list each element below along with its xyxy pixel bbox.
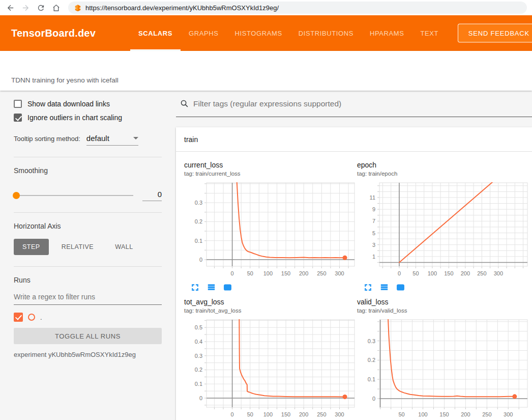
smoothing-value[interactable]: 0: [142, 190, 162, 201]
tensorboard-page: https://tensorboard.dev/experiment/yKUbh…: [0, 0, 532, 420]
line-chart-current_loss[interactable]: 05010015020025030000.10.20.3: [184, 181, 355, 279]
tab-histograms[interactable]: HISTOGRAMS: [227, 15, 290, 51]
checkbox-row-0[interactable]: Show data download links: [14, 100, 162, 108]
svg-text:100: 100: [263, 411, 273, 417]
checkbox-row-1[interactable]: Ignore outliers in chart scaling: [14, 114, 162, 122]
chart-actions: [191, 283, 357, 292]
runs-section: Runs . TOGGLE ALL RUNS experiment yKUbhb…: [14, 267, 162, 370]
runs-filter-input[interactable]: [14, 293, 162, 301]
toggle-all-runs-button[interactable]: TOGGLE ALL RUNS: [14, 328, 162, 344]
chart-card-valid_loss: valid_losstag: train/valid_loss501001502…: [357, 298, 530, 420]
line-chart-valid_loss[interactable]: 5010015020025030000.10.20.3: [357, 318, 528, 420]
tab-distributions[interactable]: DISTRIBUTIONS: [290, 15, 362, 51]
svg-text:0: 0: [231, 270, 234, 276]
forward-icon[interactable]: [18, 1, 33, 14]
chart-tag: tag: train/current_loss: [184, 171, 357, 177]
axis-button-step[interactable]: STEP: [14, 239, 49, 255]
svg-text:50: 50: [247, 411, 253, 417]
svg-text:0.4: 0.4: [195, 339, 202, 345]
svg-text:9: 9: [372, 206, 375, 212]
chart-tag: tag: train/tot_avg_loss: [184, 307, 357, 314]
home-icon[interactable]: [49, 1, 63, 14]
svg-text:0.1: 0.1: [368, 376, 375, 382]
general-settings-section: Show data download linksIgnore outliers …: [14, 91, 162, 157]
svg-text:200: 200: [461, 411, 470, 417]
svg-text:100: 100: [418, 411, 427, 417]
svg-text:200: 200: [299, 411, 308, 417]
svg-text:200: 200: [461, 270, 470, 276]
chart-tag: tag: train/epoch: [357, 171, 530, 177]
svg-text:150: 150: [439, 411, 449, 417]
tab-scalars[interactable]: SCALARS: [130, 15, 181, 51]
fit-domain-icon[interactable]: [223, 283, 232, 292]
line-chart-tot_avg_loss[interactable]: 05010015020025030000.10.20.30.40.5: [184, 318, 355, 420]
smoothing-slider-thumb[interactable]: [13, 192, 20, 199]
svg-text:0.2: 0.2: [195, 367, 202, 373]
expand-chart-icon[interactable]: [364, 283, 372, 292]
search-icon: [180, 99, 189, 108]
smoothing-slider[interactable]: [14, 195, 133, 196]
svg-text:50: 50: [412, 270, 419, 276]
svg-text:0: 0: [199, 257, 202, 263]
run-checkbox[interactable]: [14, 313, 23, 322]
svg-text:0.2: 0.2: [368, 357, 375, 363]
svg-text:0.5: 0.5: [195, 324, 202, 330]
svg-text:0: 0: [372, 396, 375, 402]
checkbox-checked-icon[interactable]: [14, 114, 22, 122]
tab-graphs[interactable]: GRAPHS: [181, 15, 227, 51]
svg-text:0.1: 0.1: [195, 381, 202, 387]
chart-actions: [364, 283, 530, 292]
experiment-title-bar: TDNN training for yesno with icefall: [0, 51, 532, 91]
svg-text:250: 250: [477, 270, 486, 276]
svg-text:0.3: 0.3: [368, 338, 375, 344]
chart-tag: tag: train/valid_loss: [357, 307, 530, 314]
svg-text:1: 1: [372, 254, 375, 260]
svg-text:0.2: 0.2: [195, 218, 202, 225]
fit-domain-icon[interactable]: [396, 283, 405, 292]
axis-button-relative[interactable]: RELATIVE: [53, 239, 103, 255]
tab-text[interactable]: TEXT: [412, 15, 447, 51]
chart-card-current_loss: current_losstag: train/current_loss05010…: [184, 161, 357, 292]
tooltip-sorting-value: default: [86, 134, 109, 143]
tooltip-sorting-select[interactable]: default: [86, 134, 138, 146]
svg-text:0.3: 0.3: [195, 353, 202, 359]
tag-filter-input[interactable]: [193, 99, 532, 108]
expand-chart-icon[interactable]: [191, 283, 199, 292]
line-chart-epoch[interactable]: 0501001502002503001357911: [357, 181, 528, 279]
runs-label: Runs: [14, 276, 162, 284]
experiment-title: TDNN training for yesno with icefall: [11, 76, 119, 84]
toggle-y-axis-icon[interactable]: [380, 283, 389, 292]
svg-text:3: 3: [372, 242, 375, 248]
reload-icon[interactable]: [34, 1, 48, 14]
chart-title: valid_loss: [357, 298, 530, 306]
svg-text:150: 150: [444, 270, 453, 276]
smoothing-section: Smoothing 0: [14, 157, 162, 213]
chart-title: current_loss: [184, 161, 357, 169]
app-header: TensorBoard.dev SCALARSGRAPHSHISTOGRAMSD…: [0, 15, 532, 51]
run-color-swatch: [28, 314, 35, 321]
svg-text:5: 5: [372, 230, 375, 236]
checkbox-unchecked-icon[interactable]: [14, 100, 22, 108]
tag-group-header[interactable]: train: [176, 127, 532, 152]
run-row: .: [14, 313, 162, 322]
checkbox-label: Ignore outliers in chart scaling: [27, 114, 122, 122]
send-feedback-button[interactable]: SEND FEEDBACK: [458, 24, 532, 43]
chart-title: epoch: [357, 161, 530, 169]
horizontal-axis-label: Horizontal Axis: [14, 222, 162, 230]
tab-hparams[interactable]: HPARAMS: [362, 15, 412, 51]
axis-button-wall[interactable]: WALL: [106, 239, 142, 255]
brand-logo[interactable]: TensorBoard.dev: [11, 27, 96, 39]
svg-text:200: 200: [299, 270, 308, 276]
toggle-y-axis-icon[interactable]: [207, 283, 216, 292]
back-icon[interactable]: [3, 1, 17, 14]
address-bar[interactable]: https://tensorboard.dev/experiment/yKUbh…: [68, 2, 527, 14]
chart-card-epoch: epochtag: train/epoch0501001502002503001…: [357, 161, 530, 292]
smoothing-label: Smoothing: [14, 166, 162, 175]
svg-text:100: 100: [428, 270, 437, 276]
svg-text:11: 11: [370, 194, 375, 201]
svg-text:7: 7: [372, 218, 375, 224]
browser-toolbar: https://tensorboard.dev/experiment/yKUbh…: [0, 0, 532, 15]
svg-text:50: 50: [398, 411, 404, 417]
nav-tabs: SCALARSGRAPHSHISTOGRAMSDISTRIBUTIONSHPAR…: [130, 15, 447, 51]
url-text: https://tensorboard.dev/experiment/yKUbh…: [85, 4, 279, 12]
